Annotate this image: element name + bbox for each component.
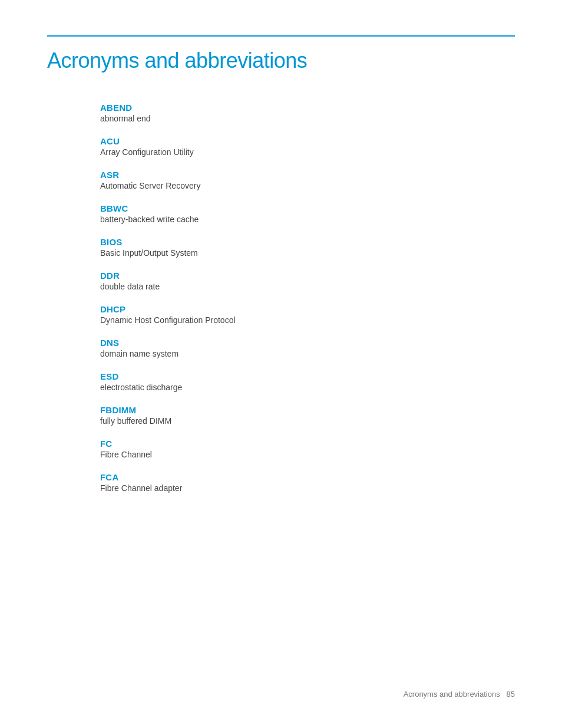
page-footer: Acronyms and abbreviations 85 xyxy=(404,690,515,699)
acronym-definition: electrostatic discharge xyxy=(100,383,515,392)
list-item: ASRAutomatic Server Recovery xyxy=(100,170,515,190)
acronym-definition: Fibre Channel adapter xyxy=(100,483,515,493)
acronym-term: DDR xyxy=(100,271,515,281)
acronym-term: ESD xyxy=(100,371,515,381)
acronym-term: ACU xyxy=(100,136,515,146)
acronym-definition: battery-backed write cache xyxy=(100,215,515,224)
acronym-term: FCA xyxy=(100,472,515,482)
list-item: FBDIMMfully buffered DIMM xyxy=(100,405,515,426)
acronym-definition: Dynamic Host Configuration Protocol xyxy=(100,315,515,325)
footer-page-number: 85 xyxy=(507,690,515,699)
acronym-definition: double data rate xyxy=(100,282,515,291)
page-container: Acronyms and abbreviations ABENDabnormal… xyxy=(0,0,562,728)
acronym-definition: Array Configuration Utility xyxy=(100,147,515,157)
list-item: DDRdouble data rate xyxy=(100,271,515,291)
acronym-term: DHCP xyxy=(100,304,515,314)
acronym-definition: fully buffered DIMM xyxy=(100,416,515,426)
acronym-term: FBDIMM xyxy=(100,405,515,415)
page-title: Acronyms and abbreviations xyxy=(47,48,515,73)
list-item: ABENDabnormal end xyxy=(100,103,515,123)
acronym-definition: Automatic Server Recovery xyxy=(100,181,515,190)
acronym-term: FC xyxy=(100,439,515,449)
acronym-term: BIOS xyxy=(100,237,515,247)
acronym-definition: abnormal end xyxy=(100,114,515,123)
list-item: BBWCbattery-backed write cache xyxy=(100,203,515,224)
acronym-list: ABENDabnormal endACUArray Configuration … xyxy=(100,103,515,493)
list-item: ACUArray Configuration Utility xyxy=(100,136,515,157)
list-item: DNSdomain name system xyxy=(100,338,515,358)
list-item: DHCPDynamic Host Configuration Protocol xyxy=(100,304,515,325)
top-rule xyxy=(47,35,515,37)
acronym-term: DNS xyxy=(100,338,515,348)
list-item: ESDelectrostatic discharge xyxy=(100,371,515,392)
acronym-definition: Basic Input/Output System xyxy=(100,248,515,258)
list-item: BIOSBasic Input/Output System xyxy=(100,237,515,258)
footer-text: Acronyms and abbreviations xyxy=(404,690,500,699)
list-item: FCFibre Channel xyxy=(100,439,515,459)
acronym-definition: Fibre Channel xyxy=(100,450,515,459)
acronym-term: ABEND xyxy=(100,103,515,113)
list-item: FCAFibre Channel adapter xyxy=(100,472,515,493)
acronym-definition: domain name system xyxy=(100,349,515,358)
acronym-term: BBWC xyxy=(100,203,515,213)
acronym-term: ASR xyxy=(100,170,515,180)
